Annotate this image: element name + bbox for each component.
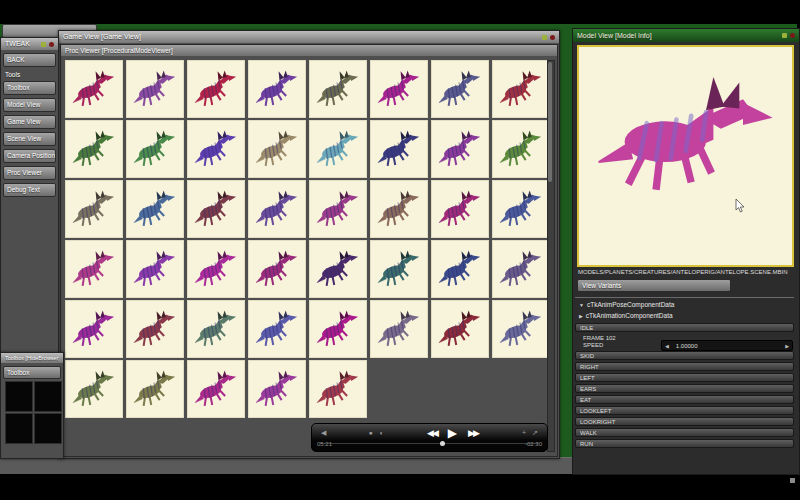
toolbox-titlebar[interactable]: Toolbox [HideBrowser] <box>1 353 63 363</box>
creature-thumbnail[interactable] <box>126 60 184 118</box>
creature-thumbnail[interactable] <box>126 300 184 358</box>
creature-thumbnail[interactable] <box>370 120 428 178</box>
anim-row-lookleft[interactable]: LOOKLEFT <box>575 406 794 415</box>
close-icon[interactable] <box>49 42 54 47</box>
play-button[interactable]: ▶ <box>448 427 457 439</box>
anim-row-left[interactable]: LEFT <box>575 373 794 382</box>
sidebar-button-toolbox[interactable]: Toolbox <box>3 81 56 95</box>
creature-thumbnail[interactable] <box>309 120 367 178</box>
creature-thumbnail[interactable] <box>431 60 489 118</box>
creature-thumbnail[interactable] <box>431 240 489 298</box>
toolbox-slot[interactable] <box>34 381 62 412</box>
speed-spinner[interactable]: ◀ 1.00000 ▶ <box>661 340 793 351</box>
scrubber-handle[interactable] <box>440 441 445 446</box>
anim-row-lookright[interactable]: LOOKRIGHT <box>575 417 794 426</box>
creature-thumbnail[interactable] <box>309 360 367 418</box>
creature-thumbnail[interactable] <box>370 60 428 118</box>
creature-thumbnail[interactable] <box>248 60 306 118</box>
minimize-icon[interactable] <box>41 42 46 47</box>
toolbox-slot[interactable] <box>5 413 33 444</box>
speaker-icon[interactable]: ◖ <box>379 427 383 439</box>
model-view-titlebar[interactable]: Model View [Model Info] <box>573 29 799 42</box>
anim-row-ears[interactable]: EARS <box>575 384 794 393</box>
creature-thumbnail[interactable] <box>492 60 550 118</box>
resize-grip[interactable] <box>790 478 795 483</box>
spinner-left-icon[interactable]: ◀ <box>662 343 672 349</box>
minimize-icon[interactable] <box>542 35 547 40</box>
creature-thumbnail[interactable] <box>126 120 184 178</box>
creature-thumbnail[interactable] <box>370 300 428 358</box>
sidebar-button-debug-text[interactable]: Debug Text <box>3 183 56 197</box>
fast-forward-button[interactable]: ▶▶ <box>468 427 478 439</box>
creature-thumbnail[interactable] <box>431 300 489 358</box>
creature-thumbnail[interactable] <box>65 60 123 118</box>
anim-row-eat[interactable]: EAT <box>575 395 794 404</box>
sidebar-button-model-view[interactable]: Model View <box>3 98 56 112</box>
proc-viewer-titlebar[interactable]: Proc Viewer [ProceduralModeViewer] <box>61 45 557 56</box>
view-variants-button[interactable]: View Variants <box>577 279 731 292</box>
creature-thumbnail[interactable] <box>126 240 184 298</box>
toolbox-slot[interactable] <box>34 413 62 444</box>
creature-sprite-icon <box>370 244 428 294</box>
record-icon[interactable]: ● <box>368 427 372 439</box>
creature-thumbnail[interactable] <box>248 300 306 358</box>
sidebar-button-scene-view[interactable]: Scene View <box>3 132 56 146</box>
creature-thumbnail[interactable] <box>248 360 306 418</box>
creature-thumbnail[interactable] <box>309 240 367 298</box>
creature-sprite-icon <box>595 73 780 203</box>
sidebar-button-game-view[interactable]: Game View <box>3 115 56 129</box>
creature-thumbnail[interactable] <box>65 360 123 418</box>
fullscreen-icon[interactable]: ↗ <box>532 427 538 439</box>
close-icon[interactable] <box>790 33 795 38</box>
rewind-button[interactable]: ◀◀ <box>427 427 437 439</box>
anim-row-skid[interactable]: SKID <box>575 351 794 360</box>
toolbox-button[interactable]: Toolbox <box>3 366 61 379</box>
creature-thumbnail[interactable] <box>65 300 123 358</box>
game-view-titlebar[interactable]: Game View [Game View] <box>59 31 559 43</box>
creature-thumbnail[interactable] <box>248 120 306 178</box>
sidebar-button-back[interactable]: BACK <box>3 53 56 67</box>
creature-thumbnail[interactable] <box>187 120 245 178</box>
component-row-animation[interactable]: ▶cTkAnimationComponentData <box>579 312 673 322</box>
sidebar-button-camera-position[interactable]: Camera Position <box>3 149 56 163</box>
model-viewport[interactable] <box>577 45 794 267</box>
creature-thumbnail[interactable] <box>492 180 550 238</box>
creature-thumbnail[interactable] <box>248 240 306 298</box>
creature-thumbnail[interactable] <box>492 240 550 298</box>
creature-thumbnail[interactable] <box>431 120 489 178</box>
creature-thumbnail[interactable] <box>248 180 306 238</box>
creature-thumbnail[interactable] <box>126 360 184 418</box>
anim-row-run[interactable]: RUN <box>575 439 794 448</box>
minimize-icon[interactable] <box>782 33 787 38</box>
creature-thumbnail[interactable] <box>126 180 184 238</box>
creature-thumbnail[interactable] <box>187 60 245 118</box>
creature-thumbnail[interactable] <box>187 240 245 298</box>
close-icon[interactable] <box>550 35 555 40</box>
creature-thumbnail[interactable] <box>492 300 550 358</box>
creature-thumbnail[interactable] <box>65 180 123 238</box>
creature-thumbnail[interactable] <box>309 180 367 238</box>
creature-thumbnail[interactable] <box>370 240 428 298</box>
creature-thumbnail[interactable] <box>431 180 489 238</box>
toolbox-slot[interactable] <box>5 381 33 412</box>
grid-scrollbar[interactable] <box>547 60 555 452</box>
creature-thumbnail[interactable] <box>309 60 367 118</box>
creature-thumbnail[interactable] <box>370 180 428 238</box>
creature-thumbnail[interactable] <box>65 120 123 178</box>
creature-thumbnail[interactable] <box>65 240 123 298</box>
creature-thumbnail[interactable] <box>187 180 245 238</box>
anim-row-walk[interactable]: WALK <box>575 428 794 437</box>
creature-thumbnail[interactable] <box>309 300 367 358</box>
sidebar-button-proc-viewer[interactable]: Proc Viewer <box>3 166 56 180</box>
creature-thumbnail[interactable] <box>492 120 550 178</box>
scrubber-track[interactable] <box>320 443 539 444</box>
component-row-animpose[interactable]: ▼cTkAnimPoseComponentData <box>579 301 674 311</box>
anim-row-idle[interactable]: IDLE <box>575 323 794 332</box>
volume-icon[interactable]: + <box>522 427 526 439</box>
creature-thumbnail[interactable] <box>187 300 245 358</box>
anim-row-right[interactable]: RIGHT <box>575 362 794 371</box>
creature-thumbnail[interactable] <box>187 360 245 418</box>
step-back-icon[interactable]: ◀ <box>321 427 326 439</box>
spinner-right-icon[interactable]: ▶ <box>782 343 792 349</box>
tweak-titlebar[interactable]: TWEAK <box>1 38 58 50</box>
